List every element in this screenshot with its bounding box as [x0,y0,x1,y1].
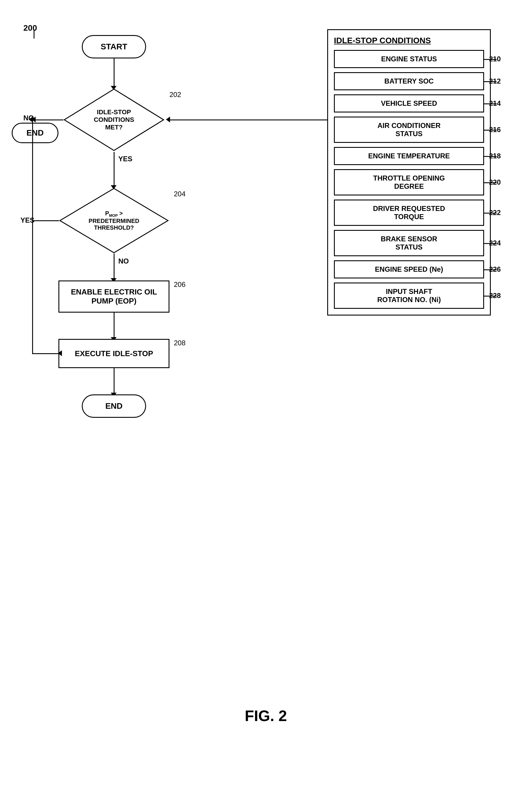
start-shape: START [82,35,146,58]
end-shape-1: END [12,123,58,143]
condition-driver-torque: DRIVER REQUESTEDTORQUE 222 [334,199,484,226]
line-208-end [114,368,115,394]
num-204: 204 [174,190,186,198]
arrowhead-conditions-202 [166,117,170,122]
conditions-title: IDLE-STOP CONDITIONS [334,36,484,45]
line-202-yes [114,152,115,187]
rect-206: ENABLE ELECTRIC OILPUMP (EOP) [58,281,169,313]
num-208: 208 [174,339,186,347]
arrow-200 [34,30,35,39]
line-yes-v2 [32,220,33,354]
line-206-208 [114,313,115,339]
no-label-204: NO [118,257,129,265]
conditions-box: IDLE-STOP CONDITIONS ENGINE STATUS 210 B… [327,29,491,315]
fig-caption: FIG. 2 [245,707,287,725]
condition-air-conditioner: AIR CONDITIONERSTATUS 216 [334,117,484,143]
line-conditions-to-202 [169,119,327,120]
num-206: 206 [174,281,186,289]
line-yes-to-208 [32,353,59,354]
condition-input-shaft: INPUT SHAFTROTATION NO. (Ni) 228 [334,283,484,309]
line-204-yes-v [32,119,33,221]
condition-vehicle-speed: VEHICLE SPEED 214 [334,94,484,113]
label-200: 200 [23,23,37,33]
condition-throttle: THROTTLE OPENINGDEGREE 220 [334,169,484,195]
condition-brake-sensor: BRAKE SENSORSTATUS 224 [334,230,484,256]
condition-engine-status: ENGINE STATUS 210 [334,50,484,68]
condition-engine-temp: ENGINE TEMPERATURE 218 [334,147,484,165]
line-204-yes-h2 [32,119,63,120]
line-204-no [114,254,115,280]
yes-label-202: YES [118,155,132,163]
arrowhead-yes-208 [58,350,62,356]
arrowhead-yes-204 [28,117,33,122]
condition-engine-speed: ENGINE SPEED (Ne) 226 [334,260,484,278]
diamond-202: IDLE-STOPCONDITIONSMET? [63,88,165,152]
condition-battery-soc: BATTERY SOC 212 [334,72,484,90]
line-204-yes-h [32,220,59,221]
end-shape-2: END [82,394,146,418]
num-202: 202 [169,91,181,99]
diamond-204: PMOP >PREDETERMINEDTHRESHOLD? [58,187,169,254]
rect-208: EXECUTE IDLE-STOP [58,339,169,368]
line-start-to-202 [114,58,115,88]
